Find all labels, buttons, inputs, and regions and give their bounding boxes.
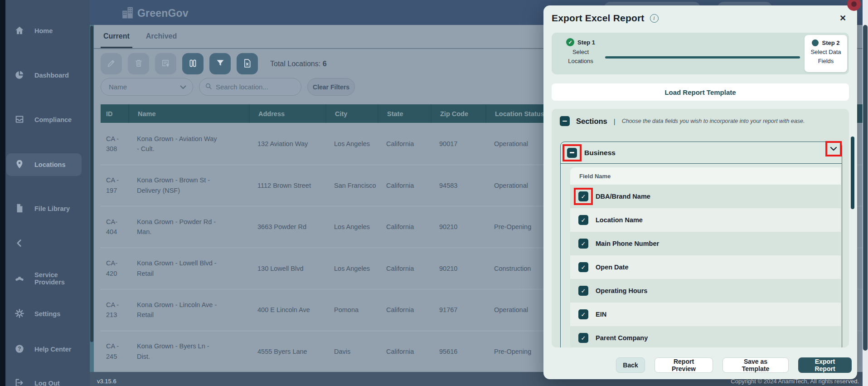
gear-icon (15, 308, 24, 320)
checkbox-checked-icon[interactable] (578, 239, 588, 249)
cell-state: California (378, 248, 431, 289)
column-header-state[interactable]: State (378, 104, 431, 123)
sidebar-collapse-button[interactable] (5, 235, 90, 253)
stepper-step-2: Step 2 Select Data Fields (805, 35, 847, 72)
compliance-inbox-icon (15, 114, 24, 126)
checkbox-checked-icon[interactable] (578, 262, 588, 272)
field-row-location-name[interactable]: Location Name (570, 208, 841, 232)
cell-id: CA - 197 (101, 165, 128, 206)
brand-name: GreenGov (137, 7, 189, 20)
column-header-address[interactable]: Address (249, 104, 325, 123)
export-report-button[interactable]: Export Report (798, 357, 852, 373)
column-header-city[interactable]: City (325, 104, 378, 123)
cell-id: CA - 213 (101, 289, 128, 331)
sidebar-item-label: Locations (34, 161, 65, 168)
close-icon[interactable]: ✕ (839, 13, 846, 23)
sections-panel: Sections | Choose the data fields you wi… (552, 109, 849, 347)
cell-city: Los Angeles (325, 248, 378, 289)
sections-title: Sections (576, 117, 607, 126)
field-row-open-date[interactable]: Open Date (570, 255, 841, 279)
tab-archived[interactable]: Archived (143, 25, 179, 48)
checkbox-checked-icon[interactable] (578, 215, 588, 225)
step1-sublabel: Select Locations (566, 48, 596, 65)
save-as-template-button[interactable]: Save as Template (723, 357, 789, 373)
column-header-zip[interactable]: Zip Code (431, 104, 485, 123)
clear-filters-button[interactable]: Clear Filters (307, 78, 355, 96)
field-row-parent-company[interactable]: Parent Company (570, 326, 841, 347)
export-excel-report-modal: Export Excel Report i ✕ ✓ Step 1 Select … (543, 5, 857, 379)
page-scrollbar-thumb[interactable] (863, 25, 868, 351)
cell-state: California (378, 123, 431, 165)
brand-logo: GreenGov (121, 6, 189, 20)
search-input[interactable] (216, 83, 293, 91)
info-icon[interactable]: i (650, 14, 659, 23)
business-section-header[interactable]: Business (561, 142, 842, 164)
sidebar-item-label: Service Providers (34, 271, 90, 286)
modal-title-row: Export Excel Report i ✕ (552, 13, 849, 24)
field-row-ein[interactable]: EIN (570, 303, 841, 326)
column-header-name[interactable]: Name (128, 104, 249, 123)
cell-zip: 90017 (431, 123, 485, 165)
help-icon: ? (15, 344, 24, 355)
assign-location-button[interactable] (155, 53, 176, 74)
cell-state: California (378, 165, 431, 206)
handshake-icon (15, 273, 24, 284)
sidebar-item-home[interactable]: Home (5, 22, 90, 40)
cell-city: Pomona (325, 289, 378, 331)
sidebar-item-label: Help Center (34, 346, 71, 353)
filter-row: Name Clear Filters (101, 78, 355, 96)
cell-zip: 90210 (431, 248, 485, 289)
cell-name: Kona Grown - Lincoln Ave - Retail (128, 289, 249, 331)
sidebar-item-dashboard[interactable]: Dashboard (5, 66, 90, 84)
sidebar-item-service-providers[interactable]: Service Providers (5, 269, 90, 288)
field-row-operating-hours[interactable]: Operating Hours (570, 279, 841, 303)
chevron-down-icon[interactable] (830, 145, 837, 153)
cell-name: Kona Grown - Powder Rd - Man. (128, 206, 249, 248)
tab-current[interactable]: Current (101, 25, 132, 48)
cell-address: 1112 Brown Street (249, 165, 325, 206)
search-field-select[interactable]: Name (101, 78, 193, 96)
sidebar-item-help-center[interactable]: ? Help Center (5, 340, 90, 358)
step2-label: Step 2 (822, 39, 839, 46)
home-icon (15, 25, 24, 37)
cell-state: California (378, 206, 431, 248)
sidebar-item-settings[interactable]: Settings (5, 305, 90, 323)
export-excel-button[interactable] (237, 53, 258, 74)
checkbox-checked-icon[interactable] (578, 333, 588, 343)
sidebar-item-label: Home (34, 27, 53, 34)
app-version: v3.15.6 (97, 378, 116, 385)
checkbox-checked-icon[interactable] (578, 191, 588, 201)
columns-icon (188, 59, 198, 69)
sidebar-item-log-out[interactable]: Log Out (5, 374, 90, 386)
cell-address: 4555 Byers Lane (249, 331, 325, 372)
checkbox-checked-icon[interactable] (578, 309, 588, 319)
cell-id: CA - 308 (101, 123, 128, 165)
delete-button[interactable] (128, 53, 149, 74)
edit-button[interactable] (101, 53, 122, 74)
cell-state: California (378, 289, 431, 331)
cell-id: CA-404 (101, 206, 128, 248)
columns-button[interactable] (182, 53, 204, 74)
field-row-dba-brand-name[interactable]: DBA/Brand Name (570, 185, 841, 208)
filter-button[interactable] (209, 53, 231, 74)
back-button[interactable]: Back (616, 357, 645, 373)
sidebar-item-compliance[interactable]: Compliance (5, 111, 90, 129)
trash-icon (134, 59, 143, 69)
load-report-template-button[interactable]: Load Report Template (552, 83, 849, 101)
sidebar-item-locations[interactable]: Locations (5, 156, 90, 174)
column-header-id[interactable]: ID (101, 104, 128, 123)
report-preview-button[interactable]: Report Preview (655, 357, 713, 373)
stepper-progress-line (605, 56, 800, 59)
sections-header: Sections | Choose the data fields you wi… (552, 109, 849, 126)
checkbox-checked-icon[interactable] (578, 286, 588, 296)
collapse-sections-minus-icon[interactable] (560, 116, 570, 126)
cell-zip: 90210 (431, 206, 485, 248)
chevron-down-icon (180, 83, 186, 91)
collapse-business-minus-icon[interactable] (567, 148, 577, 158)
total-locations-label: Total Locations: 6 (270, 60, 327, 68)
modal-scrollbar-thumb[interactable] (851, 137, 854, 209)
field-row-main-phone-number[interactable]: Main Phone Number (570, 232, 841, 255)
sidebar-item-file-library[interactable]: File Library (5, 200, 90, 218)
content-scrollbar-thumb[interactable] (90, 26, 93, 342)
sidebar-item-label: File Library (34, 205, 70, 212)
